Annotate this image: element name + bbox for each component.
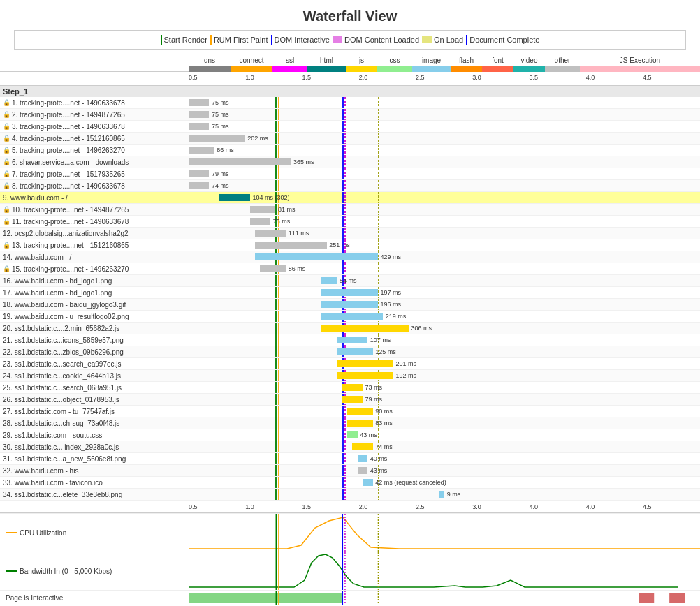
table-row[interactable]: 🔒2. tracking-prote....net - 149487726575… xyxy=(0,109,700,121)
request-name: 🔒7. tracking-prote....net - 1517935265 xyxy=(0,170,189,179)
timing-label: 40 ms xyxy=(370,455,388,462)
type-dns: dns xyxy=(189,57,231,64)
timing-bar xyxy=(347,431,358,438)
waterfall-cell: 86 ms xyxy=(189,263,700,274)
request-name: 12. ocsp2.globalsig...anizationvalsha2g2 xyxy=(0,229,189,238)
marker-line xyxy=(275,441,277,452)
table-row[interactable]: 20. ss1.bdstatic.c....2.min_65682a2.js30… xyxy=(0,323,700,334)
table-row[interactable]: 25. ss1.bdstatic.c...search_068a951.js73… xyxy=(0,382,700,394)
table-row[interactable]: 29. ss1.bdstatic.com - soutu.css43 ms xyxy=(0,429,700,441)
table-row[interactable]: 27. ss1.bdstatic.com - tu_77547af.js90 m… xyxy=(0,406,700,417)
timing-label: 125 ms xyxy=(375,348,396,355)
resource-color-bar xyxy=(0,66,700,72)
marker-line xyxy=(344,133,346,144)
marker-line xyxy=(342,216,344,227)
svg-rect-10 xyxy=(189,593,342,603)
marker-line xyxy=(275,382,277,393)
table-row[interactable]: 🔒4. tracking-prote....net - 151216086520… xyxy=(0,133,700,145)
table-row[interactable]: 14. www.baidu.com - /429 ms xyxy=(0,251,700,263)
table-row[interactable]: 🔒6. shavar.service...a.com - downloads36… xyxy=(0,156,700,168)
table-row[interactable]: 32. www.baidu.com - his43 ms xyxy=(0,465,700,477)
timing-bar xyxy=(321,277,337,284)
table-row[interactable]: 23. ss1.bdstatic.c...search_ea997ec.js20… xyxy=(0,358,700,370)
table-row[interactable]: 9. www.baidu.com - /104 ms (302) xyxy=(0,192,700,204)
waterfall-cell: 79 ms xyxy=(189,394,700,405)
table-row[interactable]: 🔒15. tracking-prote....net - 14962632708… xyxy=(0,263,700,275)
marker-line xyxy=(275,168,277,179)
page-interactive-section: Page is Interactive xyxy=(0,590,700,605)
timing-bar xyxy=(255,253,378,260)
marker-line xyxy=(275,180,277,191)
table-row[interactable]: 28. ss1.bdstatic.c...ch-sug_73a0f48.js83… xyxy=(0,417,700,429)
bw-chart-section: Bandwidth In (0 - 5,000 Kbps) xyxy=(0,552,700,590)
table-row[interactable]: 🔒1. tracking-prote....net - 149063367875… xyxy=(0,97,700,109)
request-name: 20. ss1.bdstatic.c....2.min_65682a2.js xyxy=(0,324,189,333)
timing-label: 75 ms xyxy=(273,218,291,225)
request-name: 🔒6. shavar.service...a.com - downloads xyxy=(0,158,189,167)
table-row[interactable]: 33. www.baidu.com - favicon.ico42 ms (re… xyxy=(0,477,700,489)
table-row[interactable]: 17. www.baidu.com - bd_logo1.png197 ms xyxy=(0,287,700,299)
marker-line xyxy=(278,287,279,298)
table-row[interactable]: 16. www.baidu.com - bd_logo1.png54 ms xyxy=(0,275,700,287)
table-row[interactable]: 🔒7. tracking-prote....net - 151793526579… xyxy=(0,168,700,180)
table-row[interactable]: 31. ss1.bdstatic.c...a_new_5606e8f.png40… xyxy=(0,453,700,465)
table-row[interactable]: 21. ss1.bdstatic.c...icons_5859e57.png10… xyxy=(0,334,700,346)
lock-icon: 🔒 xyxy=(3,170,10,177)
marker-line xyxy=(278,382,279,393)
request-name: 26. ss1.bdstatic.c...object_0178953.js xyxy=(0,395,189,404)
type-other: other xyxy=(545,57,580,64)
timing-bar xyxy=(347,408,373,415)
marker-line xyxy=(278,133,279,144)
waterfall-cell: 306 ms xyxy=(189,323,700,334)
marker-line xyxy=(378,287,379,298)
table-row[interactable]: 🔒8. tracking-prote....net - 149063367874… xyxy=(0,180,700,192)
table-row[interactable]: 🔒11. tracking-prote....net - 14906336787… xyxy=(0,216,700,228)
waterfall-cell: 197 ms xyxy=(189,287,700,298)
waterfall-cell: 111 ms xyxy=(189,228,700,239)
request-name: 31. ss1.bdstatic.c...a_new_5606e8f.png xyxy=(0,454,189,464)
lock-icon: 🔒 xyxy=(3,265,10,272)
request-name: 🔒4. tracking-prote....net - 1512160865 xyxy=(0,134,189,143)
marker-line xyxy=(344,453,346,464)
marker-line xyxy=(278,299,279,310)
cpu-label: CPU Utilization xyxy=(0,514,189,552)
table-row[interactable]: 24. ss1.bdstatic.c...cookie_4644b13.js19… xyxy=(0,370,700,382)
marker-line xyxy=(378,145,379,156)
request-name: 23. ss1.bdstatic.c...search_ea997ec.js xyxy=(0,360,189,369)
timing-label: 79 ms xyxy=(212,170,229,177)
table-row[interactable]: 19. www.baidu.com - u_resultlogo02.png21… xyxy=(0,311,700,323)
table-row[interactable]: 🔒5. tracking-prote....net - 149626327086… xyxy=(0,145,700,156)
marker-line xyxy=(275,299,277,310)
table-row[interactable]: 12. ocsp2.globalsig...anizationvalsha2g2… xyxy=(0,228,700,239)
waterfall-cell: 86 ms xyxy=(189,145,700,156)
request-name: 🔒5. tracking-prote....net - 1496263270 xyxy=(0,146,189,155)
table-row[interactable]: 30. ss1.bdstatic.c... index_2928a0c.js74… xyxy=(0,441,700,453)
marker-line xyxy=(278,489,279,500)
marker-line xyxy=(275,109,277,120)
waterfall-cell: 251 ms xyxy=(189,239,700,251)
waterfall-cell: 219 ms xyxy=(189,311,700,322)
timing-bar xyxy=(352,443,372,450)
lock-icon: 🔒 xyxy=(3,135,10,142)
table-row[interactable]: 🔒3. tracking-prote....net - 149063367875… xyxy=(0,121,700,133)
table-row[interactable]: 22. ss1.bdstatic.c...zbios_09b6296.png12… xyxy=(0,346,700,358)
marker-line xyxy=(275,417,277,429)
marker-line xyxy=(278,370,279,381)
request-name: 29. ss1.bdstatic.com - soutu.css xyxy=(0,431,189,440)
waterfall-cell: 54 ms xyxy=(189,275,700,286)
timing-label: 81 ms xyxy=(278,206,296,213)
table-row[interactable]: 🔒10. tracking-prote....net - 14948772658… xyxy=(0,204,700,216)
marker-line xyxy=(278,109,279,120)
table-row[interactable]: 🔒13. tracking-prote....net - 15121608652… xyxy=(0,239,700,251)
table-row[interactable]: 26. ss1.bdstatic.c...object_0178953.js79… xyxy=(0,394,700,406)
waterfall-cell: 196 ms xyxy=(189,299,700,310)
waterfall-cell: 75 ms xyxy=(189,121,700,132)
marker-line xyxy=(344,228,346,239)
bw-label: Bandwidth In (0 - 5,000 Kbps) xyxy=(0,552,189,590)
marker-line xyxy=(342,109,344,120)
marker-line xyxy=(378,275,379,286)
table-row[interactable]: 34. ss1.bdstatic.c...elete_33e3eb8.png9 … xyxy=(0,489,700,501)
type-css: css xyxy=(377,57,412,64)
type-image: image xyxy=(412,57,451,64)
table-row[interactable]: 18. www.baidu.com - baidu_jgylogo3.gif19… xyxy=(0,299,700,311)
